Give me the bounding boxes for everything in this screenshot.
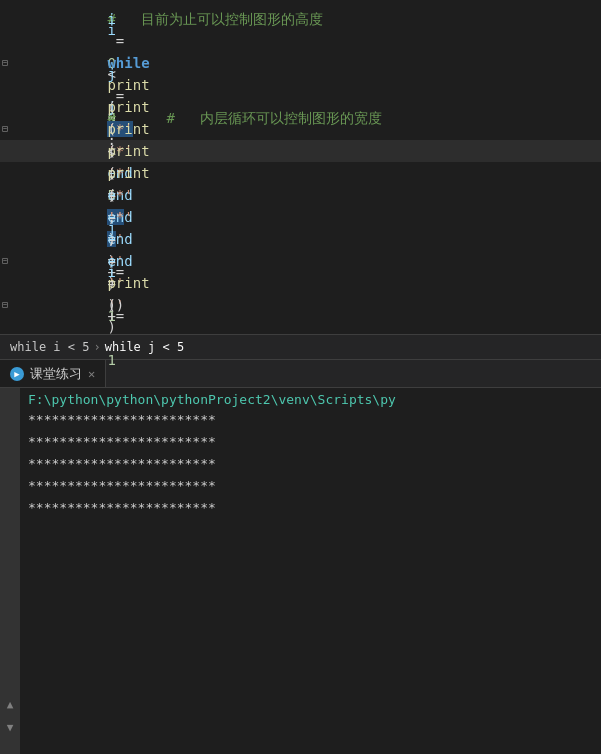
fold-arrow-6[interactable]: ⊟ <box>2 118 8 140</box>
code-line-14: ⊟ i += 1 <box>0 294 601 316</box>
fold-arrow-3[interactable]: ⊟ <box>2 52 8 74</box>
fold-arrow-12[interactable]: ⊟ <box>2 250 8 272</box>
fold-arrow-14[interactable]: ⊟ <box>2 294 8 316</box>
terminal-line-5: ************************ <box>28 497 593 519</box>
terminal-line-2: ************************ <box>28 431 593 453</box>
terminal-tab-icon: ▶ <box>10 367 24 381</box>
terminal-line-3: ************************ <box>28 453 593 475</box>
code-editor: # 目前为止可以控制图形的高度 i = 0 ⊟ while i < <box>0 0 601 324</box>
terminal-line-1: ************************ <box>28 409 593 431</box>
activity-bar: ▲ ▼ <box>0 388 20 754</box>
activity-icon-up[interactable]: ▲ <box>7 698 14 711</box>
terminal-path: F:\python\python\pythonProject2\venv\Scr… <box>28 392 593 407</box>
terminal-output: F:\python\python\pythonProject2\venv\Scr… <box>20 388 601 754</box>
activity-icon-down[interactable]: ▼ <box>7 721 14 734</box>
terminal-line-4: ************************ <box>28 475 593 497</box>
